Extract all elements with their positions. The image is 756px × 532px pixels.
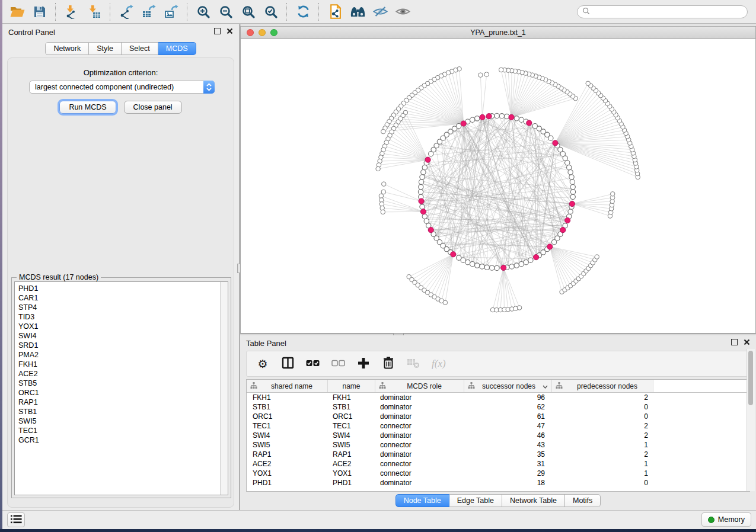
add-row-icon [358,357,369,371]
toolbar-export-network-button[interactable] [115,2,138,22]
settings-gear-icon: ⚙ [257,358,267,370]
table-panel-title: Table Panel [246,339,286,348]
tab-node-table[interactable]: Node Table [395,494,449,507]
table-cell: 0 [552,403,653,411]
column-header-MCDS-role[interactable]: MCDS role [375,380,464,392]
toolbar-zoom-out-button[interactable] [215,2,237,22]
toolbar-eye-button[interactable] [391,2,414,22]
tab-mcds[interactable]: MCDS [158,42,196,55]
mcds-result-item[interactable]: SWI4 [15,331,228,341]
toolbar-export-table-button[interactable] [138,2,160,22]
mcds-result-item[interactable]: STB5 [15,379,228,388]
mcds-result-item[interactable]: FKH1 [15,360,228,369]
table-scrollbar[interactable] [747,349,755,491]
table-deselect-all-button[interactable] [331,357,345,371]
mcds-list-scrollbar[interactable] [220,282,228,495]
table-row[interactable]: SWI4SWI4dominator462 [247,431,749,440]
tab-network-table[interactable]: Network Table [502,494,565,507]
mcds-result-item[interactable]: PHD1 [15,284,228,293]
mcds-result-item[interactable]: SWI5 [15,416,228,426]
network-canvas[interactable] [241,39,755,333]
minimize-window-icon[interactable] [259,29,266,36]
table-row[interactable]: TEC1TEC1connector472 [247,421,749,431]
float-panel-icon[interactable] [214,28,221,34]
table-select-all-button[interactable] [306,357,320,371]
table-row[interactable]: STB1STB1dominator620 [247,402,749,412]
mcds-result-item[interactable]: CAR1 [15,293,228,303]
criterion-select[interactable]: largest connected component (undirected) [29,81,215,94]
table-tabs: Node TableEdge TableNetwork TableMotifs [240,494,756,507]
network-search-box[interactable] [577,5,748,18]
table-row[interactable]: YOX1YOX1connector291 [247,469,749,478]
tab-style[interactable]: Style [89,42,122,55]
toolbar-open-file-button[interactable] [6,2,28,22]
mcds-result-item[interactable]: STB1 [15,407,228,416]
table-delete-row-button[interactable] [382,357,395,371]
scrollbar-thumb[interactable] [748,351,753,405]
table-row[interactable]: ACE2ACE2connector311 [247,459,749,469]
open-file-icon [9,5,25,18]
toolbar-share-document-button[interactable] [324,2,346,22]
network-graph[interactable] [241,39,755,333]
memory-button[interactable]: Memory [701,512,751,527]
toolbar-zoom-selected-button[interactable] [260,2,282,22]
table-add-row-button[interactable] [357,357,370,371]
table-cell: connector [375,460,464,468]
close-window-icon[interactable] [247,29,254,36]
tab-network[interactable]: Network [45,42,89,55]
column-header-successor-nodes[interactable]: successor nodes [464,380,552,392]
tab-select[interactable]: Select [122,42,158,55]
binoculars-icon [350,5,366,18]
import-network-icon [65,5,79,19]
tab-edge-table[interactable]: Edge Table [449,494,502,507]
mcds-result-item[interactable]: YOX1 [15,322,228,331]
toolbar-zoom-in-button[interactable] [192,2,215,22]
table-cell: RAP1 [328,450,375,459]
close-panel-button[interactable]: Close panel [124,101,182,114]
toolbar-export-image-button[interactable] [160,2,183,22]
mcds-result-item[interactable]: ORC1 [15,388,228,398]
search-input[interactable] [593,7,747,17]
table-cell: YOX1 [247,469,328,477]
table-settings-gear-button[interactable]: ⚙ [256,357,269,371]
float-panel-icon[interactable] [731,339,738,345]
toolbar-zoom-fit-button[interactable] [237,2,260,22]
maximize-window-icon[interactable] [270,29,277,36]
task-history-button[interactable] [7,512,25,527]
toolbar-eye-slash-button[interactable] [369,2,391,22]
toolbar-save-session-button[interactable] [28,2,51,22]
deselect-all-icon [331,359,345,369]
run-mcds-button[interactable]: Run MCDS [59,101,116,114]
toolbar-binoculars-button[interactable] [346,2,369,22]
table-cell: ORC1 [247,412,328,421]
mcds-result-item[interactable]: RAP1 [15,398,228,407]
share-document-icon [328,4,342,19]
toolbar-separator [55,3,56,21]
close-panel-icon[interactable] [227,28,233,34]
table-row[interactable]: PHD1PHD1dominator180 [247,478,749,488]
toolbar-refresh-button[interactable] [292,2,314,22]
zoom-in-icon [196,5,210,19]
close-panel-icon[interactable] [744,339,750,345]
import-table-icon [87,5,101,19]
mcds-result-item[interactable]: TID3 [15,312,228,322]
status-bar: Memory [2,510,756,529]
table-row[interactable]: FKH1FKH1dominator962 [247,393,749,402]
table-cell: RAP1 [247,450,328,459]
column-header-shared-name[interactable]: shared name [247,380,328,392]
table-row[interactable]: ORC1ORC1dominator610 [247,412,749,421]
mcds-result-item[interactable]: PMA2 [15,350,228,360]
table-row[interactable]: SWI5SWI5connector431 [247,440,749,450]
mcds-result-item[interactable]: GCR1 [15,435,228,445]
column-header-name[interactable]: name [328,380,375,392]
mcds-result-item[interactable]: ACE2 [15,369,228,379]
mcds-result-item[interactable]: TEC1 [15,426,228,435]
table-toggle-columns-button[interactable] [281,357,294,371]
toolbar-import-network-button[interactable] [60,2,83,22]
toolbar-import-table-button[interactable] [83,2,106,22]
column-header-predecessor-nodes[interactable]: predecessor nodes [552,380,653,392]
mcds-result-item[interactable]: SRD1 [15,341,228,350]
table-row[interactable]: RAP1RAP1dominator352 [247,450,749,459]
tab-motifs[interactable]: Motifs [565,494,601,507]
mcds-result-item[interactable]: STP4 [15,303,228,312]
